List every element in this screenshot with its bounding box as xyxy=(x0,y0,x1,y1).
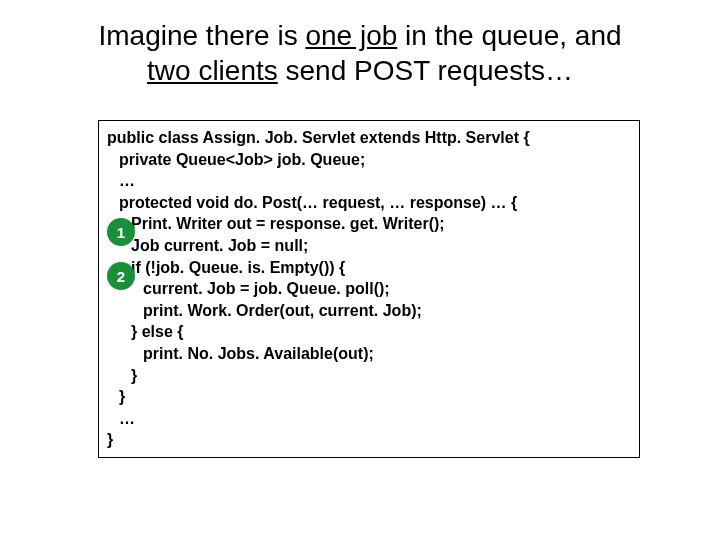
code-line: print. No. Jobs. Available(out); xyxy=(107,343,631,365)
title-line1-u: one job xyxy=(305,20,397,51)
code-line: Job current. Job = null; xyxy=(107,235,631,257)
code-block: public class Assign. Job. Servlet extend… xyxy=(98,120,640,458)
code-line: print. Work. Order(out, current. Job); xyxy=(107,300,631,322)
code-line: current. Job = job. Queue. poll(); xyxy=(107,278,631,300)
title-line2-post: send POST requests… xyxy=(278,55,573,86)
code-line: private Queue<Job> job. Queue; xyxy=(107,149,631,171)
code-line: public class Assign. Job. Servlet extend… xyxy=(107,127,631,149)
code-line: Print. Writer out = response. get. Write… xyxy=(107,213,631,235)
step-badge-2: 2 xyxy=(107,262,135,290)
slide-title: Imagine there is one job in the queue, a… xyxy=(0,0,720,88)
title-line1-pre: Imagine there is xyxy=(98,20,305,51)
code-line: … xyxy=(107,408,631,430)
code-line: if (!job. Queue. is. Empty()) { xyxy=(107,257,631,279)
code-line: … xyxy=(107,170,631,192)
code-line: } xyxy=(107,386,631,408)
code-line: protected void do. Post(… request, … res… xyxy=(107,192,631,214)
code-line: } else { xyxy=(107,321,631,343)
badge-label: 2 xyxy=(117,268,125,285)
code-line: } xyxy=(107,365,631,387)
step-badge-1: 1 xyxy=(107,218,135,246)
code-line: } xyxy=(107,429,631,451)
title-line1-post: in the queue, and xyxy=(397,20,621,51)
title-line2-u: two clients xyxy=(147,55,278,86)
badge-label: 1 xyxy=(117,224,125,241)
